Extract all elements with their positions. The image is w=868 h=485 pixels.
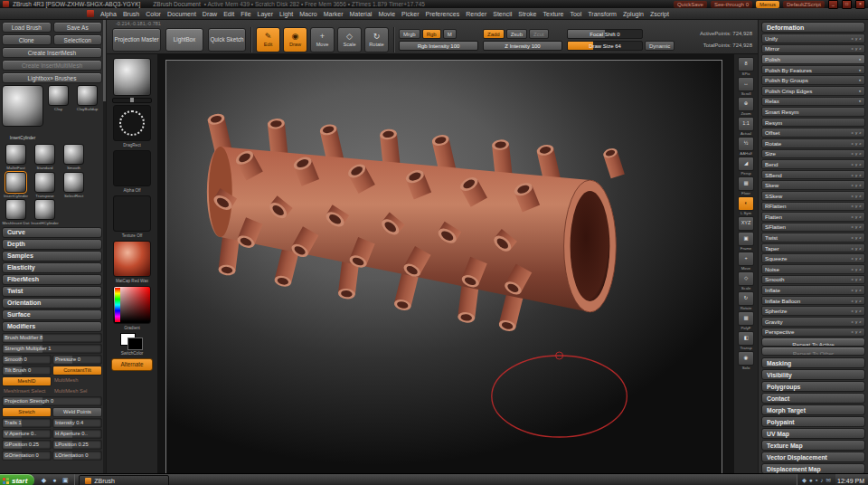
move-mode-button[interactable]: + Move bbox=[310, 27, 335, 52]
menu-item[interactable]: Stencil bbox=[493, 11, 512, 17]
left-panel-scrollbar[interactable] bbox=[103, 20, 106, 473]
menu-item[interactable]: Preferences bbox=[426, 11, 460, 17]
tool-subpalette-header[interactable]: Polygroups bbox=[761, 381, 865, 392]
axis-toggles[interactable]: x y z bbox=[851, 288, 862, 292]
menu-item[interactable]: Edit bbox=[223, 11, 234, 17]
brush-modifier-control[interactable]: MultiMesh Sel bbox=[52, 387, 102, 395]
brush-subpalette-header[interactable]: Curve bbox=[2, 227, 102, 238]
menu-item[interactable]: Material bbox=[349, 11, 372, 17]
brush-thumbnail[interactable]: Smooth bbox=[60, 144, 88, 171]
menu-item[interactable]: Document bbox=[167, 11, 196, 17]
quicksave-button[interactable]: QuickSave bbox=[674, 1, 707, 8]
brush-modifier-control[interactable]: LOrientation 0 bbox=[52, 451, 102, 461]
spix-slider[interactable]: 8 SPix bbox=[736, 57, 756, 76]
brush-modifier-control[interactable]: Pressure 0 bbox=[52, 355, 102, 365]
deformation-row[interactable]: Resym bbox=[761, 118, 865, 128]
axis-toggles[interactable]: x y z bbox=[851, 246, 862, 251]
brush-thumbnail[interactable]: SelectRect bbox=[60, 172, 88, 199]
brush-thumbnail[interactable]: MeshInsert Dot bbox=[2, 199, 30, 226]
brush-thumbnail[interactable]: InsertHCylinder bbox=[31, 199, 59, 226]
deformation-row[interactable]: Flatten x y z bbox=[761, 212, 865, 222]
start-button[interactable]: start bbox=[0, 474, 34, 485]
axis-toggles[interactable]: x y z bbox=[851, 183, 862, 187]
axis-toggles[interactable]: x y z bbox=[851, 162, 862, 166]
rotate-mode-button[interactable]: ↻ Rotate bbox=[364, 27, 389, 52]
deformation-row[interactable]: Spherize x y z bbox=[761, 306, 865, 316]
draw-size-slider[interactable]: Draw Size 64 bbox=[567, 41, 643, 51]
brush-subpalette-header[interactable]: Depth bbox=[2, 239, 102, 250]
scroll-icon[interactable]: ↔ Scroll bbox=[736, 77, 756, 96]
rgb-button[interactable]: Rgb bbox=[422, 29, 441, 39]
brush-palette-button[interactable]: Save As bbox=[53, 22, 103, 33]
tray-icon-5[interactable]: ✉ bbox=[826, 474, 831, 485]
deformation-row[interactable]: Polish ● bbox=[761, 54, 865, 64]
axis-toggles[interactable]: x y z bbox=[851, 141, 862, 146]
brush-palette-button[interactable]: Load Brush bbox=[2, 22, 52, 33]
deformation-row[interactable]: Polish By Groups ● bbox=[761, 75, 865, 85]
menu-item[interactable]: Zscript bbox=[650, 11, 669, 17]
axis-toggles[interactable]: x y z bbox=[851, 224, 862, 229]
persp-icon[interactable]: ◢ Persp bbox=[736, 157, 756, 176]
axis-toggles[interactable]: x y z bbox=[851, 267, 862, 271]
brush-modifier-control[interactable]: Projection Strength 0 bbox=[2, 396, 102, 406]
menu-item[interactable]: Macro bbox=[299, 11, 316, 17]
brush-modifier-control[interactable]: MultiMesh bbox=[52, 376, 102, 386]
document-viewport[interactable] bbox=[165, 60, 722, 473]
axis-toggles[interactable]: ● bbox=[859, 68, 862, 72]
deformation-row[interactable]: Noise x y z bbox=[761, 264, 865, 274]
quicklaunch-icon-3[interactable]: ▣ bbox=[61, 476, 70, 485]
deformation-row[interactable]: SSkew x y z bbox=[761, 191, 865, 201]
tray-icon-2[interactable]: ● bbox=[809, 474, 813, 485]
brush-thumbnail[interactable]: Transpose bbox=[31, 172, 59, 199]
transp-icon[interactable]: ◧ Transp bbox=[736, 331, 756, 350]
deformation-row[interactable]: Relax ● bbox=[761, 97, 865, 107]
brush-subpalette-header[interactable]: Twist bbox=[2, 286, 102, 297]
see-through-slider[interactable]: See-through 0 bbox=[711, 1, 752, 8]
axis-toggles[interactable]: x y z bbox=[851, 277, 862, 281]
maximize-button[interactable]: □ bbox=[842, 0, 852, 9]
menu-item[interactable]: Draw bbox=[203, 11, 217, 17]
repeat-to-active-button[interactable]: Repeat To Active bbox=[761, 338, 865, 347]
axis-toggles[interactable]: ● bbox=[859, 78, 862, 82]
edit-mode-button[interactable]: ✎ Edit bbox=[256, 27, 280, 52]
deformation-row[interactable]: SFlatten x y z bbox=[761, 223, 865, 233]
scale-icon[interactable]: ◇ Scale bbox=[736, 271, 756, 290]
brush-thumbnail[interactable]: Standard bbox=[31, 144, 59, 171]
hue-strip[interactable] bbox=[115, 288, 120, 322]
texture-thumbnail[interactable] bbox=[113, 195, 151, 232]
deformation-row[interactable]: Taper x y z bbox=[761, 243, 865, 253]
menu-item[interactable]: Picker bbox=[401, 11, 419, 17]
alternate-button[interactable]: Alternate bbox=[111, 358, 153, 371]
axis-toggles[interactable]: ● bbox=[859, 99, 862, 103]
deformation-row[interactable]: Gravity x y z bbox=[761, 317, 865, 327]
local-sym-icon[interactable]: ◐ L.Sym bbox=[736, 196, 756, 215]
brush-modifier-control[interactable]: Intensity 0.4 bbox=[52, 418, 102, 428]
minimize-button[interactable]: _ bbox=[828, 0, 838, 9]
quicklaunch-icon-2[interactable]: ● bbox=[50, 476, 59, 485]
deformation-row[interactable]: Smooth x y z bbox=[761, 275, 865, 285]
tool-subpalette-header[interactable]: Polypaint bbox=[761, 416, 865, 427]
deformation-row[interactable]: Bend x y z bbox=[761, 159, 865, 169]
brush-thumbnail[interactable]: Clay bbox=[44, 85, 72, 112]
menu-item[interactable]: Movie bbox=[378, 11, 395, 17]
primary-color-swatch[interactable] bbox=[127, 338, 143, 350]
move-icon[interactable]: + Move bbox=[736, 252, 756, 271]
current-brush-shelf-thumbnail[interactable] bbox=[113, 58, 151, 96]
menu-item[interactable]: Brush bbox=[123, 11, 139, 17]
z-intensity-slider[interactable]: Z Intensity 100 bbox=[483, 41, 562, 51]
axis-toggles[interactable]: x y z bbox=[851, 329, 862, 334]
material-thumbnail[interactable] bbox=[113, 241, 151, 277]
brush-modifier-control[interactable]: MeshID bbox=[2, 376, 52, 386]
zoom-icon[interactable]: ⊕ Zoom bbox=[736, 97, 756, 116]
polyframe-icon[interactable]: ▦ PolyF bbox=[736, 311, 756, 330]
lightbox-button[interactable]: LightBox bbox=[165, 28, 203, 52]
menu-item[interactable]: Alpha bbox=[100, 11, 117, 17]
default-zscript-button[interactable]: DefaultZScript bbox=[783, 1, 825, 8]
frame-icon[interactable]: ▣ Frame bbox=[736, 232, 756, 251]
floor-icon[interactable]: ▦ Floor bbox=[736, 176, 756, 195]
deformation-row[interactable]: Polish By Features ● bbox=[761, 65, 865, 75]
brush-palette-button[interactable]: Create InsertMesh bbox=[2, 47, 102, 58]
brush-palette-button[interactable]: Create InsertMultiMesh bbox=[2, 60, 102, 71]
axis-toggles[interactable]: x y z bbox=[851, 256, 862, 261]
brush-subpalette-header[interactable]: Orientation bbox=[2, 298, 102, 309]
